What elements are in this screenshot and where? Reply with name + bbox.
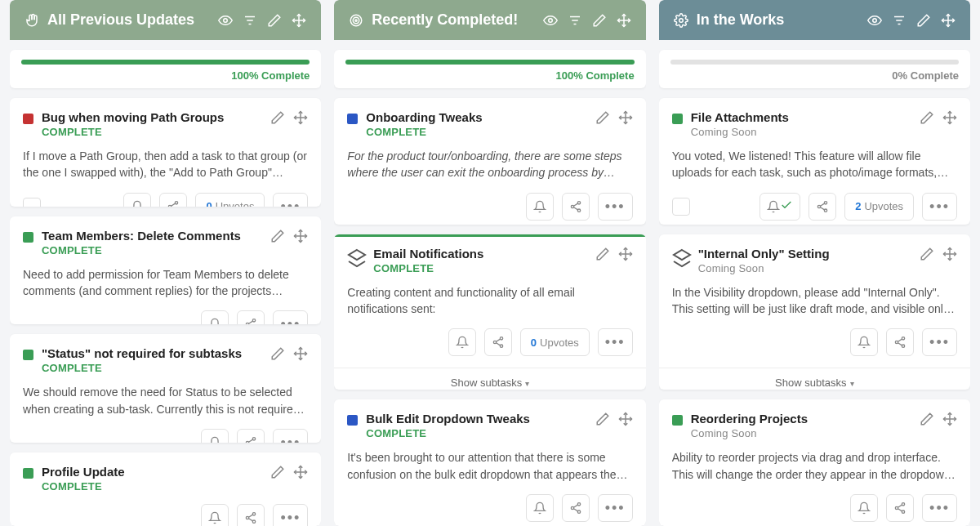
svg-line-32 [249,515,253,517]
card-description: You voted, We listened! This feature wil… [672,148,957,181]
visibility-icon[interactable] [543,13,558,28]
svg-point-8 [176,201,178,203]
more-button[interactable]: ••• [598,328,633,356]
task-card[interactable]: Reordering ProjectsComing SoonAbility to… [659,399,970,526]
more-button[interactable]: ••• [273,193,308,207]
share-button[interactable] [237,310,265,324]
edit-icon[interactable] [592,13,607,28]
show-subtasks-toggle[interactable]: Show subtasks▾ [659,368,970,390]
edit-icon[interactable] [270,465,285,479]
card-status: COMPLETE [366,126,588,138]
edit-icon[interactable] [916,13,931,28]
move-icon[interactable] [617,13,631,28]
move-icon[interactable] [941,13,956,28]
move-icon[interactable] [942,412,957,426]
edit-icon[interactable] [595,110,610,125]
more-button[interactable]: ••• [922,328,957,356]
move-icon[interactable] [292,13,306,28]
card-description: It's been brought to our attention that … [347,449,632,483]
edit-icon[interactable] [270,229,285,243]
filter-icon[interactable] [892,13,906,28]
edit-icon[interactable] [267,13,282,28]
more-button[interactable]: ••• [273,310,308,324]
share-button[interactable] [562,494,590,522]
edit-icon[interactable] [920,412,934,426]
task-card[interactable]: "Internal Only" SettingComing SoonIn the… [659,234,970,390]
svg-line-92 [898,505,902,507]
task-card[interactable]: Profile UpdateCOMPLETE••• [10,452,321,526]
share-button[interactable] [237,429,265,443]
move-icon[interactable] [942,247,957,261]
task-card[interactable]: File AttachmentsComing SoonYou voted, We… [659,98,970,225]
status-color-icon [347,114,358,124]
share-button[interactable] [886,328,914,356]
notify-button[interactable] [760,193,800,221]
card-description: Ability to reorder projects via drag and… [672,449,957,483]
notify-button[interactable] [201,429,229,443]
task-card[interactable]: Team Members: Delete CommentsCOMPLETENee… [10,216,321,325]
task-card[interactable]: Onboarding TweaksCOMPLETEFor the product… [334,98,645,225]
upvotes-button[interactable]: 0Upvotes [520,328,590,356]
move-icon[interactable] [293,465,308,479]
visibility-icon[interactable] [867,13,882,28]
notify-button[interactable] [850,494,878,522]
share-button[interactable] [237,504,265,526]
move-icon[interactable] [293,346,308,361]
more-button[interactable]: ••• [598,494,633,522]
notify-button[interactable] [526,494,554,522]
status-color-icon [672,415,683,426]
svg-point-82 [902,337,904,340]
move-icon[interactable] [942,110,957,125]
task-card[interactable]: "Status" not required for subtasksCOMPLE… [10,334,321,443]
more-button[interactable]: ••• [922,494,957,522]
more-button[interactable]: ••• [273,504,308,526]
share-button[interactable] [886,494,914,522]
svg-point-29 [253,513,256,515]
visibility-icon[interactable] [218,13,233,28]
share-button[interactable] [159,193,187,207]
more-button[interactable]: ••• [273,429,308,443]
edit-icon[interactable] [270,110,285,125]
more-button[interactable]: ••• [598,193,633,221]
more-button[interactable]: ••• [922,193,957,221]
progress-card: 0% Complete [659,50,970,88]
show-subtasks-toggle[interactable]: Show subtasks▾ [334,368,645,390]
task-card[interactable]: Bug when moving Path GroupsCOMPLETEIf I … [10,98,321,207]
svg-line-77 [821,203,825,206]
column-body: 100% CompleteBug when moving Path Groups… [10,40,321,526]
edit-icon[interactable] [920,110,934,125]
share-button[interactable] [808,193,836,221]
task-card[interactable]: Bulk Edit Dropdown TweaksCOMPLETEIt's be… [334,399,645,526]
notify-button[interactable] [526,193,554,221]
edit-icon[interactable] [595,412,610,426]
edit-icon[interactable] [920,247,934,261]
move-icon[interactable] [618,110,633,125]
upvotes-button[interactable]: 2Upvotes [844,193,914,221]
notify-button[interactable] [850,328,878,356]
edit-icon[interactable] [270,346,285,361]
move-icon[interactable] [293,229,308,243]
svg-point-47 [577,209,580,212]
column-header: In the Works [659,0,970,40]
notify-button[interactable] [201,310,229,324]
svg-marker-79 [674,250,690,260]
move-icon[interactable] [618,412,633,426]
edit-icon[interactable] [595,247,610,261]
card-title: Reordering Projects [691,412,913,426]
svg-point-31 [253,520,256,523]
move-icon[interactable] [293,110,308,125]
notify-button[interactable] [123,193,151,207]
share-button[interactable] [484,328,512,356]
column-title: Recently Completed! [372,11,542,29]
share-button[interactable] [562,193,590,221]
svg-point-45 [577,201,580,203]
task-card[interactable]: Email NotificationsCOMPLETECreating cont… [334,234,645,390]
move-icon[interactable] [618,247,633,261]
notify-button[interactable] [448,328,476,356]
upvotes-button[interactable]: 0Upvotes [195,193,265,207]
notify-button[interactable] [201,504,229,526]
progress-bar [670,60,959,65]
svg-point-90 [895,506,898,509]
filter-icon[interactable] [568,13,582,28]
filter-icon[interactable] [243,13,257,28]
